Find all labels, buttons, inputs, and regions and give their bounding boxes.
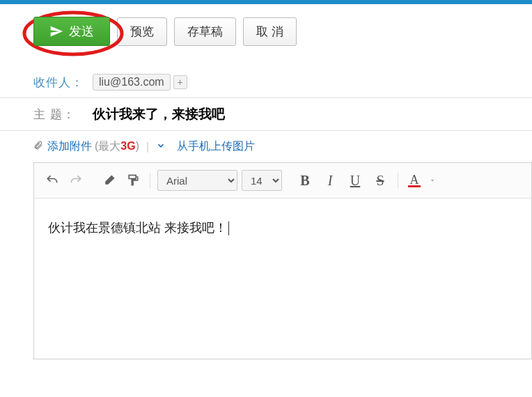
add-recipient-button[interactable]: + — [173, 75, 187, 89]
subject-row: 主 题： 伙计我来了，来接我吧 — [0, 98, 532, 131]
text-caret — [228, 221, 229, 235]
send-button[interactable]: 发送 — [33, 17, 110, 46]
upload-from-phone-link[interactable]: 从手机上传图片 — [177, 139, 255, 154]
recipient-row: 收件人： liu@163.com + — [0, 67, 532, 98]
paperclip-icon — [33, 140, 43, 154]
attachment-row: 添加附件 (最大3G) | 从手机上传图片 — [0, 131, 532, 162]
font-color-dropdown-icon[interactable] — [428, 171, 437, 190]
save-draft-button[interactable]: 存草稿 — [174, 17, 236, 46]
underline-button[interactable]: U — [345, 170, 366, 191]
font-color-button[interactable]: A — [405, 174, 423, 187]
undo-icon[interactable] — [42, 171, 62, 190]
send-icon — [49, 24, 63, 38]
recipient-chip[interactable]: liu@163.com — [93, 74, 171, 91]
pipe-divider: | — [146, 141, 149, 153]
eraser-icon[interactable] — [100, 171, 119, 190]
body-text: 伙计我在景德镇北站 来接我吧！ — [48, 221, 227, 235]
main-toolbar: 发送 预览 存草稿 取 消 — [0, 4, 532, 46]
font-size-select[interactable]: 14 — [242, 170, 282, 191]
attach-size-hint: (最大3G) — [95, 139, 139, 154]
subject-label: 主 题： — [33, 107, 93, 123]
bold-button[interactable]: B — [295, 170, 315, 191]
editor-toolbar: Arial 14 B I U S A — [34, 163, 531, 198]
font-family-select[interactable]: Arial — [157, 170, 237, 191]
italic-button[interactable]: I — [320, 170, 341, 191]
preview-button[interactable]: 预览 — [117, 17, 167, 46]
recipient-label: 收件人： — [33, 75, 93, 91]
cancel-button[interactable]: 取 消 — [243, 17, 297, 46]
add-attachment-link[interactable]: 添加附件 — [47, 139, 92, 154]
editor-body[interactable]: 伙计我在景德镇北站 来接我吧！ — [34, 198, 531, 359]
redo-icon[interactable] — [66, 171, 86, 190]
editor-container: Arial 14 B I U S A 伙计我在景德镇北站 来接我吧！ — [33, 162, 532, 359]
strikethrough-button[interactable]: S — [370, 170, 391, 191]
svg-rect-1 — [129, 176, 136, 179]
format-painter-icon[interactable] — [123, 171, 143, 190]
subject-value[interactable]: 伙计我来了，来接我吧 — [93, 105, 225, 123]
send-label: 发送 — [69, 23, 94, 40]
chevron-down-icon[interactable] — [156, 141, 166, 153]
